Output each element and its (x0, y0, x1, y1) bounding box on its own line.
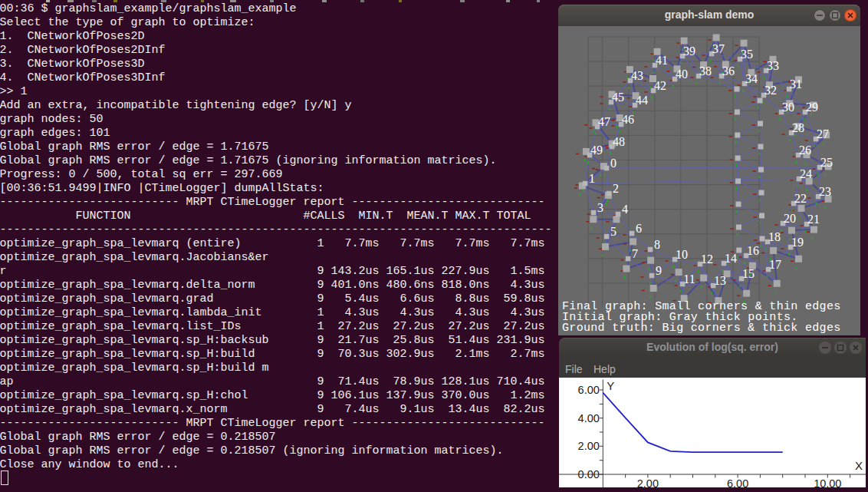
svg-text:18: 18 (768, 230, 781, 243)
svg-text:45: 45 (612, 91, 624, 104)
svg-text:30: 30 (782, 101, 794, 114)
svg-text:19: 19 (791, 236, 804, 249)
svg-text:2.00: 2.00 (637, 477, 659, 488)
svg-text:6.00: 6.00 (578, 384, 600, 396)
svg-text:0: 0 (610, 157, 616, 170)
svg-text:11: 11 (683, 272, 695, 286)
svg-text:22: 22 (794, 192, 807, 205)
svg-text:32: 32 (764, 84, 777, 97)
svg-text:10: 10 (676, 248, 688, 261)
svg-text:21: 21 (807, 213, 820, 226)
svg-text:16: 16 (747, 244, 759, 257)
svg-text:9: 9 (656, 264, 662, 277)
svg-text:6.00: 6.00 (727, 477, 748, 488)
svg-text:42: 42 (654, 79, 666, 92)
svg-text:7: 7 (632, 247, 638, 260)
svg-text:20: 20 (784, 212, 796, 225)
svg-text:1: 1 (589, 172, 595, 185)
svg-text:10.00: 10.00 (814, 477, 841, 488)
svg-text:48: 48 (613, 135, 625, 148)
svg-text:39: 39 (683, 45, 695, 58)
svg-text:25: 25 (820, 156, 833, 169)
svg-text:2: 2 (613, 182, 619, 195)
svg-text:27: 27 (817, 127, 829, 140)
svg-text:15: 15 (742, 267, 755, 280)
svg-text:36: 36 (722, 64, 735, 78)
svg-text:38: 38 (699, 64, 712, 78)
svg-text:5: 5 (610, 225, 616, 238)
svg-text:37: 37 (712, 42, 725, 55)
svg-text:3: 3 (597, 201, 603, 214)
svg-text:14: 14 (725, 252, 737, 265)
svg-text:28: 28 (792, 121, 804, 134)
svg-text:4: 4 (622, 203, 628, 216)
svg-text:49: 49 (590, 144, 603, 157)
svg-text:13: 13 (714, 274, 726, 287)
svg-text:44: 44 (636, 94, 648, 107)
svg-text:40: 40 (676, 68, 688, 81)
svg-text:35: 35 (741, 48, 753, 61)
svg-text:8: 8 (654, 238, 660, 251)
svg-text:29: 29 (806, 101, 818, 114)
svg-text:X: X (855, 459, 863, 472)
svg-text:31: 31 (790, 78, 802, 91)
svg-text:34: 34 (745, 72, 758, 85)
svg-text:0.00: 0.00 (578, 468, 600, 480)
svg-text:33: 33 (767, 59, 779, 72)
svg-text:12: 12 (701, 253, 713, 266)
svg-text:47: 47 (598, 115, 610, 128)
svg-text:17: 17 (769, 258, 781, 271)
svg-text:43: 43 (631, 69, 643, 82)
svg-text:46: 46 (622, 113, 634, 126)
svg-text:26: 26 (799, 144, 811, 157)
svg-text:2.00: 2.00 (578, 440, 600, 452)
svg-text:23: 23 (819, 185, 831, 198)
svg-text:Y: Y (607, 379, 614, 392)
svg-text:6: 6 (636, 222, 642, 235)
svg-text:4.00: 4.00 (578, 412, 600, 424)
svg-text:41: 41 (656, 54, 668, 67)
svg-text:24: 24 (800, 167, 812, 180)
